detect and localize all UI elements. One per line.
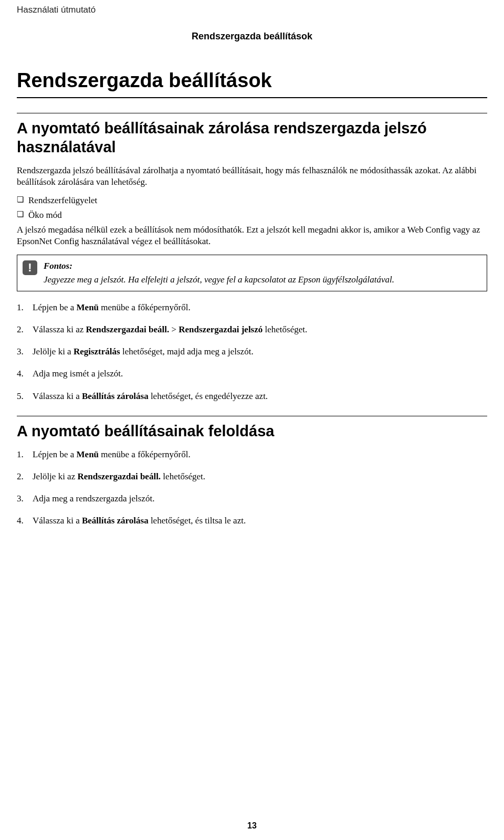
step-text: lehetőséget, és engedélyezze azt. (149, 391, 268, 401)
page-number: 13 (17, 821, 487, 832)
important-icon (23, 260, 37, 275)
step-item: Válassza ki az Rendszergazdai beáll. > R… (17, 324, 487, 335)
step-text: Lépjen be a (33, 302, 77, 312)
step-item: Válassza ki a Beállítás zárolása lehetős… (17, 391, 487, 402)
step-item: Adja meg ismét a jelszót. (17, 368, 487, 380)
step-bold: Menü (77, 302, 99, 312)
step-text: Válassza ki az (33, 324, 86, 334)
step-text: Adja meg ismét a jelszót. (33, 369, 123, 379)
section-unlock-heading: A nyomtató beállításainak feloldása (17, 416, 487, 440)
step-bold: Rendszergazdai beáll. (86, 324, 169, 334)
list-item: Rendszerfelügyelet (17, 195, 487, 206)
step-item: Lépjen be a Menü menübe a főképernyőről. (17, 449, 487, 460)
step-bold: Menü (77, 449, 99, 459)
doc-header-sub: Rendszergazda beállítások (17, 30, 487, 43)
important-label: Fontos: (44, 260, 480, 272)
step-bold: Rendszergazdai beáll. (77, 471, 161, 481)
section-lock-heading: A nyomtató beállításainak zárolása rends… (17, 113, 487, 157)
step-bold: Beállítás zárolása (82, 391, 149, 401)
step-item: Lépjen be a Menü menübe a főképernyőről. (17, 302, 487, 313)
step-item: Adja meg a rendszergazda jelszót. (17, 493, 487, 505)
doc-header-top: Használati útmutató (17, 4, 487, 16)
step-text: > (169, 324, 178, 334)
lock-intro: Rendszergazda jelszó beállításával zárol… (17, 165, 487, 188)
step-text: Válassza ki a (33, 516, 82, 526)
step-bold: Regisztrálás (74, 346, 120, 356)
step-bold: Rendszergazdai jelszó (178, 324, 262, 334)
step-text: menübe a főképernyőről. (99, 449, 191, 459)
lock-steps: Lépjen be a Menü menübe a főképernyőről.… (17, 302, 487, 402)
page-title: Rendszergazda beállítások (17, 68, 487, 98)
important-body: Jegyezze meg a jelszót. Ha elfelejti a j… (44, 275, 394, 285)
step-text: Jelölje ki a (33, 346, 74, 356)
step-text: Válassza ki a (33, 391, 82, 401)
step-item: Jelölje ki a Regisztrálás lehetőséget, m… (17, 346, 487, 358)
important-box: Fontos: Jegyezze meg a jelszót. Ha elfel… (17, 255, 487, 291)
step-text: Adja meg a rendszergazda jelszót. (33, 494, 154, 503)
step-text: lehetőséget, majd adja meg a jelszót. (120, 346, 254, 356)
step-text: menübe a főképernyőről. (99, 302, 191, 312)
lock-para2: A jelszó megadása nélkül ezek a beállítá… (17, 224, 487, 247)
list-item: Öko mód (17, 209, 487, 221)
unlock-steps: Lépjen be a Menü menübe a főképernyőről.… (17, 449, 487, 527)
step-text: Lépjen be a (33, 449, 77, 459)
step-item: Válassza ki a Beállítás zárolása lehetős… (17, 515, 487, 527)
step-text: lehetőséget. (161, 471, 205, 481)
step-text: lehetőséget. (262, 324, 307, 334)
step-text: lehetőséget, és tiltsa le azt. (149, 516, 246, 526)
step-text: Jelölje ki az (33, 471, 77, 481)
step-bold: Beállítás zárolása (82, 516, 149, 526)
step-item: Jelölje ki az Rendszergazdai beáll. lehe… (17, 471, 487, 482)
